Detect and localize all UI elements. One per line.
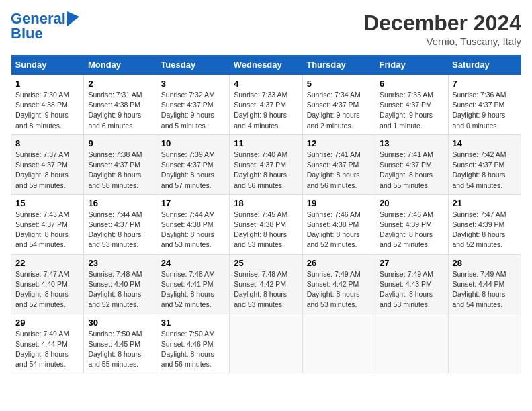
day-cell: 12Sunrise: 7:41 AM Sunset: 4:37 PM Dayli… (302, 134, 375, 194)
day-info: Sunrise: 7:48 AM Sunset: 4:40 PM Dayligh… (88, 270, 142, 309)
header-cell-monday: Monday (84, 55, 157, 75)
day-number: 23 (88, 258, 152, 268)
day-info: Sunrise: 7:38 AM Sunset: 4:37 PM Dayligh… (88, 150, 142, 189)
week-row-1: 1Sunrise: 7:30 AM Sunset: 4:38 PM Daylig… (11, 75, 521, 135)
day-number: 5 (307, 79, 371, 89)
day-cell: 6Sunrise: 7:35 AM Sunset: 4:37 PM Daylig… (375, 75, 448, 135)
day-number: 15 (15, 198, 79, 208)
day-info: Sunrise: 7:44 AM Sunset: 4:37 PM Dayligh… (88, 210, 142, 249)
day-cell: 28Sunrise: 7:49 AM Sunset: 4:44 PM Dayli… (448, 254, 521, 314)
day-number: 10 (161, 138, 225, 148)
day-cell (375, 314, 448, 373)
day-cell: 2Sunrise: 7:31 AM Sunset: 4:38 PM Daylig… (84, 75, 157, 135)
day-info: Sunrise: 7:49 AM Sunset: 4:44 PM Dayligh… (453, 270, 506, 309)
week-row-4: 22Sunrise: 7:47 AM Sunset: 4:40 PM Dayli… (11, 254, 521, 314)
day-info: Sunrise: 7:32 AM Sunset: 4:37 PM Dayligh… (161, 91, 215, 130)
day-number: 30 (88, 318, 152, 328)
day-cell: 1Sunrise: 7:30 AM Sunset: 4:38 PM Daylig… (11, 75, 84, 135)
day-cell: 11Sunrise: 7:40 AM Sunset: 4:37 PM Dayli… (230, 134, 302, 194)
day-info: Sunrise: 7:31 AM Sunset: 4:38 PM Dayligh… (88, 91, 142, 130)
day-number: 16 (88, 198, 152, 208)
day-info: Sunrise: 7:49 AM Sunset: 4:44 PM Dayligh… (15, 330, 69, 369)
svg-marker-0 (67, 11, 79, 26)
day-cell: 19Sunrise: 7:46 AM Sunset: 4:38 PM Dayli… (302, 194, 375, 254)
day-number: 14 (453, 138, 517, 148)
day-cell: 27Sunrise: 7:49 AM Sunset: 4:43 PM Dayli… (375, 254, 448, 314)
day-number: 13 (380, 138, 443, 148)
day-number: 22 (15, 258, 79, 268)
day-cell: 31Sunrise: 7:50 AM Sunset: 4:46 PM Dayli… (157, 314, 229, 373)
main-title: December 2024 (363, 11, 521, 36)
day-info: Sunrise: 7:30 AM Sunset: 4:38 PM Dayligh… (15, 91, 69, 130)
day-cell: 22Sunrise: 7:47 AM Sunset: 4:40 PM Dayli… (11, 254, 84, 314)
header-cell-thursday: Thursday (302, 55, 375, 75)
day-info: Sunrise: 7:39 AM Sunset: 4:37 PM Dayligh… (161, 150, 215, 189)
header-cell-sunday: Sunday (11, 55, 84, 75)
header-cell-friday: Friday (375, 55, 448, 75)
week-row-3: 15Sunrise: 7:43 AM Sunset: 4:37 PM Dayli… (11, 194, 521, 254)
day-number: 1 (15, 79, 79, 89)
day-number: 6 (380, 79, 443, 89)
day-info: Sunrise: 7:34 AM Sunset: 4:37 PM Dayligh… (307, 91, 361, 130)
day-info: Sunrise: 7:50 AM Sunset: 4:45 PM Dayligh… (88, 330, 142, 369)
day-info: Sunrise: 7:41 AM Sunset: 4:37 PM Dayligh… (380, 150, 433, 189)
day-number: 4 (234, 79, 298, 89)
day-info: Sunrise: 7:35 AM Sunset: 4:37 PM Dayligh… (380, 91, 433, 130)
day-info: Sunrise: 7:46 AM Sunset: 4:38 PM Dayligh… (307, 210, 361, 249)
day-cell (448, 314, 521, 373)
day-cell: 13Sunrise: 7:41 AM Sunset: 4:37 PM Dayli… (375, 134, 448, 194)
day-cell: 15Sunrise: 7:43 AM Sunset: 4:37 PM Dayli… (11, 194, 84, 254)
header: General Blue December 2024 Vernio, Tusca… (11, 11, 521, 47)
week-row-5: 29Sunrise: 7:49 AM Sunset: 4:44 PM Dayli… (11, 314, 521, 373)
day-info: Sunrise: 7:42 AM Sunset: 4:37 PM Dayligh… (453, 150, 506, 189)
logo-icon (67, 11, 79, 26)
day-cell: 3Sunrise: 7:32 AM Sunset: 4:37 PM Daylig… (157, 75, 229, 135)
day-cell: 7Sunrise: 7:36 AM Sunset: 4:37 PM Daylig… (448, 75, 521, 135)
day-number: 11 (234, 138, 298, 148)
day-info: Sunrise: 7:49 AM Sunset: 4:42 PM Dayligh… (307, 270, 361, 309)
day-number: 12 (307, 138, 371, 148)
day-cell: 8Sunrise: 7:37 AM Sunset: 4:37 PM Daylig… (11, 134, 84, 194)
day-cell: 21Sunrise: 7:47 AM Sunset: 4:39 PM Dayli… (448, 194, 521, 254)
day-cell: 4Sunrise: 7:33 AM Sunset: 4:37 PM Daylig… (230, 75, 302, 135)
day-info: Sunrise: 7:50 AM Sunset: 4:46 PM Dayligh… (161, 330, 215, 369)
day-info: Sunrise: 7:41 AM Sunset: 4:37 PM Dayligh… (307, 150, 361, 189)
day-info: Sunrise: 7:40 AM Sunset: 4:37 PM Dayligh… (234, 150, 287, 189)
day-number: 29 (15, 318, 79, 328)
calendar-table: SundayMondayTuesdayWednesdayThursdayFrid… (11, 55, 521, 373)
day-info: Sunrise: 7:48 AM Sunset: 4:41 PM Dayligh… (161, 270, 215, 309)
header-cell-tuesday: Tuesday (157, 55, 229, 75)
day-number: 17 (161, 198, 225, 208)
day-cell (302, 314, 375, 373)
day-cell: 16Sunrise: 7:44 AM Sunset: 4:37 PM Dayli… (84, 194, 157, 254)
day-cell: 20Sunrise: 7:46 AM Sunset: 4:39 PM Dayli… (375, 194, 448, 254)
day-cell: 24Sunrise: 7:48 AM Sunset: 4:41 PM Dayli… (157, 254, 229, 314)
day-info: Sunrise: 7:44 AM Sunset: 4:38 PM Dayligh… (161, 210, 215, 249)
day-info: Sunrise: 7:49 AM Sunset: 4:43 PM Dayligh… (380, 270, 433, 309)
header-cell-saturday: Saturday (448, 55, 521, 75)
day-info: Sunrise: 7:46 AM Sunset: 4:39 PM Dayligh… (380, 210, 433, 249)
day-number: 27 (380, 258, 443, 268)
day-cell: 30Sunrise: 7:50 AM Sunset: 4:45 PM Dayli… (84, 314, 157, 373)
day-number: 24 (161, 258, 225, 268)
day-number: 3 (161, 79, 225, 89)
week-row-2: 8Sunrise: 7:37 AM Sunset: 4:37 PM Daylig… (11, 134, 521, 194)
day-info: Sunrise: 7:43 AM Sunset: 4:37 PM Dayligh… (15, 210, 69, 249)
header-row: SundayMondayTuesdayWednesdayThursdayFrid… (11, 55, 521, 75)
day-info: Sunrise: 7:36 AM Sunset: 4:37 PM Dayligh… (453, 91, 506, 130)
day-cell: 17Sunrise: 7:44 AM Sunset: 4:38 PM Dayli… (157, 194, 229, 254)
day-number: 9 (88, 138, 152, 148)
day-number: 8 (15, 138, 79, 148)
logo-text-line2: Blue (11, 26, 43, 42)
day-info: Sunrise: 7:37 AM Sunset: 4:37 PM Dayligh… (15, 150, 69, 189)
day-cell: 18Sunrise: 7:45 AM Sunset: 4:38 PM Dayli… (230, 194, 302, 254)
header-cell-wednesday: Wednesday (230, 55, 302, 75)
title-area: December 2024 Vernio, Tuscany, Italy (363, 11, 521, 47)
day-cell: 26Sunrise: 7:49 AM Sunset: 4:42 PM Dayli… (302, 254, 375, 314)
day-cell: 23Sunrise: 7:48 AM Sunset: 4:40 PM Dayli… (84, 254, 157, 314)
day-info: Sunrise: 7:33 AM Sunset: 4:37 PM Dayligh… (234, 91, 287, 130)
day-info: Sunrise: 7:48 AM Sunset: 4:42 PM Dayligh… (234, 270, 287, 309)
day-info: Sunrise: 7:47 AM Sunset: 4:40 PM Dayligh… (15, 270, 69, 309)
day-number: 7 (453, 79, 517, 89)
day-number: 18 (234, 198, 298, 208)
